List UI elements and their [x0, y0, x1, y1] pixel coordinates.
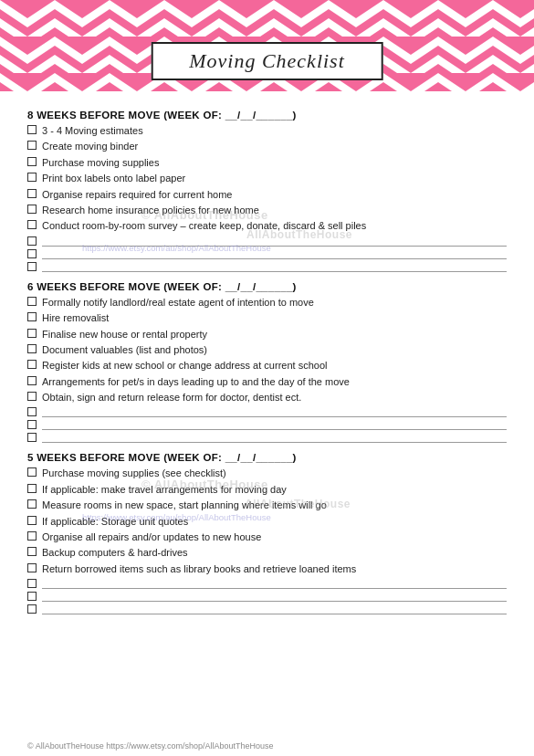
checkbox[interactable]: [27, 420, 37, 429]
item-label: Formally notify landlord/real estate age…: [42, 296, 314, 310]
blank-rule: [42, 604, 507, 614]
blank-line: [27, 236, 507, 247]
item-label: Arrangements for pet/s in days leading u…: [42, 375, 350, 389]
section-5weeks: 5 WEEKS BEFORE MOVE (WEEK OF: __/__/____…: [27, 452, 507, 614]
item-label: Organise all repairs and/or updates to n…: [42, 530, 261, 544]
checkbox[interactable]: [27, 141, 37, 150]
list-item: Return borrowed items such as library bo…: [27, 562, 507, 576]
checkbox[interactable]: [27, 563, 37, 572]
list-item: Organise repairs required for current ho…: [27, 188, 507, 202]
section-5weeks-header: 5 WEEKS BEFORE MOVE (WEEK OF: __/__/____…: [27, 452, 507, 463]
item-label: Obtain, sign and return release form for…: [42, 391, 301, 404]
blank-line: [27, 604, 507, 614]
blank-line: [27, 432, 507, 443]
content-area: 8 WEEKS BEFORE MOVE (WEEK OF: __/__/____…: [0, 91, 534, 625]
checkbox[interactable]: [27, 344, 37, 353]
item-label: Purchase moving supplies: [42, 156, 159, 170]
blank-rule: [42, 261, 507, 272]
item-label: Hire removalist: [42, 311, 109, 325]
checkbox[interactable]: [27, 433, 37, 442]
item-label: Purchase moving supplies (see checklist): [42, 467, 226, 480]
list-item: Obtain, sign and return release form for…: [27, 391, 507, 404]
checkbox[interactable]: [27, 592, 37, 601]
checkbox[interactable]: [27, 173, 37, 182]
item-label: Backup computers & hard-drives: [42, 546, 188, 560]
checkbox[interactable]: [27, 157, 37, 166]
item-label: 3 - 4 Moving estimates: [42, 124, 143, 138]
list-item: Conduct room-by-room survey – create kee…: [27, 219, 507, 233]
blank-line: [27, 248, 507, 259]
checkbox[interactable]: [27, 376, 37, 385]
item-label: Organise repairs required for current ho…: [42, 188, 232, 202]
blank-line: [27, 578, 507, 589]
checkbox[interactable]: [27, 392, 37, 401]
blank-line: [27, 406, 507, 417]
blank-rule: [42, 248, 507, 259]
item-label: Measure rooms in new space, start planni…: [42, 499, 327, 512]
blank-rule: [42, 432, 507, 443]
checkbox[interactable]: [27, 360, 37, 369]
section-8weeks-header: 8 WEEKS BEFORE MOVE (WEEK OF: __/__/____…: [27, 110, 507, 121]
list-item: Purchase moving supplies: [27, 156, 507, 170]
checkbox[interactable]: [27, 297, 37, 306]
checkbox[interactable]: [27, 407, 37, 416]
checkbox[interactable]: [27, 329, 37, 338]
checkbox[interactable]: [27, 262, 37, 271]
page-title: Moving Checklist: [189, 49, 345, 72]
blank-rule: [42, 419, 507, 430]
list-item: Hire removalist: [27, 311, 507, 325]
checkbox[interactable]: [27, 220, 37, 229]
checkbox[interactable]: [27, 604, 37, 614]
list-item: Purchase moving supplies (see checklist): [27, 467, 507, 480]
checkbox[interactable]: [27, 236, 37, 246]
checkbox[interactable]: [27, 531, 37, 541]
list-item: Print box labels onto label paper: [27, 172, 507, 185]
list-item: Formally notify landlord/real estate age…: [27, 296, 507, 310]
checkbox[interactable]: [27, 579, 37, 588]
checkbox[interactable]: [27, 189, 37, 198]
page: Moving Checklist 8 WEEKS BEFORE MOVE (WE…: [0, 0, 534, 756]
checkbox[interactable]: [27, 249, 37, 258]
checkbox[interactable]: [27, 516, 37, 525]
chevron-header: Moving Checklist: [0, 0, 534, 91]
blank-line: [27, 591, 507, 602]
section-6weeks: 6 WEEKS BEFORE MOVE (WEEK OF: __/__/____…: [27, 281, 507, 444]
list-item: Arrangements for pet/s in days leading u…: [27, 375, 507, 389]
checkbox[interactable]: [27, 547, 37, 556]
checkbox[interactable]: [27, 484, 37, 493]
list-item: Organise all repairs and/or updates to n…: [27, 530, 507, 544]
item-label: Document valuables (list and photos): [42, 343, 207, 357]
checkbox[interactable]: [27, 312, 37, 321]
item-label: Research home insurance policies for new…: [42, 204, 259, 217]
item-label: Finalise new house or rental property: [42, 328, 207, 341]
item-label: Return borrowed items such as library bo…: [42, 562, 356, 576]
footer-text: © AllAboutTheHouse https://www.etsy.com/…: [27, 741, 274, 751]
item-label: If applicable: Storage unit quotes: [42, 515, 188, 529]
checkbox[interactable]: [27, 125, 37, 134]
checkbox[interactable]: [27, 205, 37, 214]
list-item: Research home insurance policies for new…: [27, 204, 507, 217]
list-item: If applicable: make travel arrangements …: [27, 483, 507, 497]
section-8weeks: 8 WEEKS BEFORE MOVE (WEEK OF: __/__/____…: [27, 110, 507, 272]
list-item: Register kids at new school or change ad…: [27, 359, 507, 373]
list-item: Backup computers & hard-drives: [27, 546, 507, 560]
list-item: If applicable: Storage unit quotes: [27, 515, 507, 529]
item-label: Conduct room-by-room survey – create kee…: [42, 219, 366, 233]
blank-rule: [42, 406, 507, 417]
item-label: Register kids at new school or change ad…: [42, 359, 327, 373]
blank-rule: [42, 591, 507, 602]
list-item: 3 - 4 Moving estimates: [27, 124, 507, 138]
list-item: Finalise new house or rental property: [27, 328, 507, 341]
blank-line: [27, 261, 507, 272]
checkbox[interactable]: [27, 499, 37, 509]
checkbox[interactable]: [27, 467, 37, 477]
item-label: Create moving binder: [42, 140, 138, 153]
blank-rule: [42, 236, 507, 247]
footer: © AllAboutTheHouse https://www.etsy.com/…: [27, 741, 274, 751]
list-item: Document valuables (list and photos): [27, 343, 507, 357]
blank-line: [27, 419, 507, 430]
blank-rule: [42, 578, 507, 589]
item-label: If applicable: make travel arrangements …: [42, 483, 287, 497]
item-label: Print box labels onto label paper: [42, 172, 185, 185]
title-banner: Moving Checklist: [151, 42, 383, 80]
